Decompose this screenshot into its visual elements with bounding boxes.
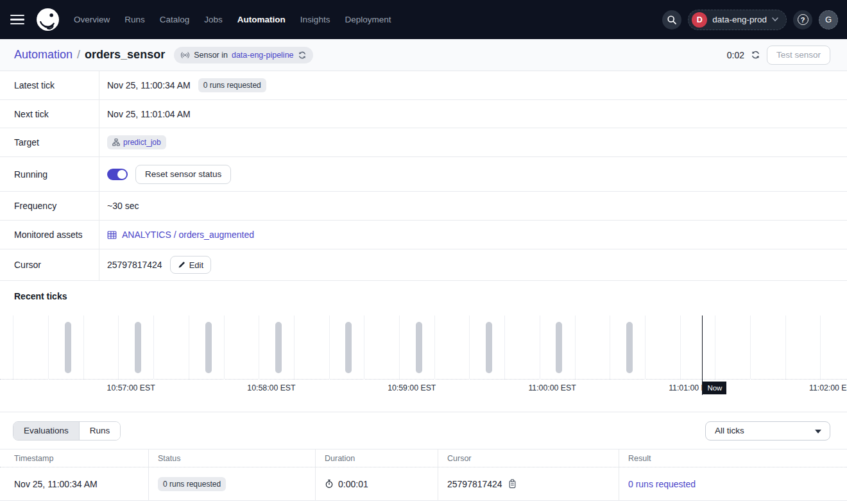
recent-ticks-title: Recent ticks: [14, 291, 847, 304]
timeline-gridline: [610, 315, 610, 380]
timeline-axis-label: 10:58:00 EST: [247, 383, 295, 392]
deployment-name: data-eng-prod: [712, 15, 767, 24]
monitored-asset-link[interactable]: ANALYTICS / orders_augmented: [122, 230, 254, 240]
nav-item-jobs[interactable]: Jobs: [204, 15, 223, 24]
history-toolbar: Evaluations Runs All ticks: [0, 412, 847, 449]
stopwatch-icon: [325, 479, 334, 489]
sensor-tick-bar[interactable]: [65, 322, 71, 373]
code-location-link[interactable]: data-eng-pipeline: [232, 51, 294, 60]
tab-evaluations[interactable]: Evaluations: [13, 422, 79, 440]
breadcrumb-separator: /: [77, 48, 80, 62]
timeline-gridline: [329, 315, 330, 380]
running-toggle[interactable]: [107, 169, 128, 180]
next-tick-label: Next tick: [0, 100, 99, 128]
timeline-gridline: [750, 315, 751, 380]
evaluations-table-header: Timestamp Status Duration Cursor Result: [0, 449, 847, 467]
refresh-icon[interactable]: [751, 50, 760, 60]
timeline-gridline: [118, 315, 119, 380]
hamburger-menu-icon[interactable]: [10, 12, 27, 28]
latest-tick-status-badge: 0 runs requested: [198, 78, 266, 92]
target-label: Target: [0, 128, 99, 156]
tick-status-filter-value: All ticks: [715, 426, 744, 435]
breadcrumb-automation-link[interactable]: Automation: [14, 48, 73, 62]
nav-menu: Overview Runs Catalog Jobs Automation In…: [74, 15, 391, 24]
recent-ticks-timeline: 10:57:00 EST10:58:00 EST10:59:00 EST11:0…: [0, 315, 847, 395]
column-header-timestamp: Timestamp: [0, 449, 149, 467]
page-title: orders_sensor: [85, 48, 165, 62]
sensor-tick-bar[interactable]: [486, 322, 492, 373]
job-icon: [112, 139, 120, 146]
nav-item-insights[interactable]: Insights: [300, 15, 330, 24]
cursor-value: 25797817424: [107, 260, 162, 270]
timeline-gridline: [715, 315, 715, 380]
timeline-gridline: [504, 315, 505, 380]
cursor-label: Cursor: [0, 249, 99, 280]
now-tooltip: Now: [703, 382, 726, 394]
chevron-down-icon: [772, 17, 778, 22]
nav-right-cluster: D data-eng-prod ? G: [662, 10, 838, 30]
row-duration: 0:00:01: [338, 479, 368, 489]
timeline-gridline: [364, 315, 364, 380]
monitored-assets-row: Monitored assets ANALYTICS / orders_augm…: [0, 221, 847, 249]
help-button[interactable]: ?: [793, 10, 812, 29]
timeline-axis-label: 10:57:00 EST: [107, 383, 155, 392]
timeline-gridline: [259, 315, 259, 380]
tab-runs[interactable]: Runs: [79, 422, 121, 440]
asset-table-icon: [107, 230, 117, 240]
sensor-tick-bar[interactable]: [135, 322, 141, 373]
timeline-gridline: [820, 315, 821, 380]
edit-cursor-button[interactable]: Edit: [170, 256, 211, 274]
page-header: Automation / orders_sensor Sensor in dat…: [0, 39, 847, 71]
sensor-tick-bar[interactable]: [416, 322, 422, 373]
reset-sensor-status-button[interactable]: Reset sensor status: [135, 165, 231, 184]
latest-tick-value: Nov 25, 11:00:34 AM: [107, 80, 191, 90]
next-tick-row: Next tick Nov 25, 11:01:04 AM: [0, 100, 847, 128]
timeline-gridline: [434, 315, 435, 380]
sensor-tick-bar[interactable]: [626, 322, 633, 373]
sensor-tick-bar[interactable]: [205, 322, 212, 373]
row-status-badge: 0 runs requested: [158, 477, 226, 491]
frequency-row: Frequency ~30 sec: [0, 192, 847, 221]
timeline-gridline: [83, 315, 84, 380]
sensor-tick-bar[interactable]: [275, 322, 282, 373]
target-job-link[interactable]: predict_job: [123, 138, 161, 147]
timeline-axis-label: 10:59:00 EST: [388, 383, 436, 392]
cursor-row: Cursor 25797817424 Edit: [0, 249, 847, 281]
monitored-assets-label: Monitored assets: [0, 221, 99, 249]
nav-item-automation[interactable]: Automation: [237, 15, 286, 24]
tick-status-filter[interactable]: All ticks: [705, 421, 830, 441]
pencil-icon: [178, 261, 185, 269]
help-icon: ?: [798, 14, 809, 25]
column-header-result: Result: [619, 449, 847, 467]
copy-icon[interactable]: [508, 479, 517, 489]
deployment-badge: D: [692, 12, 707, 28]
dagster-logo-icon[interactable]: [36, 8, 60, 31]
timeline-gridline: [399, 315, 400, 380]
target-row: Target predict_job: [0, 128, 847, 157]
latest-tick-label: Latest tick: [0, 71, 99, 99]
running-row: Running Reset sensor status: [0, 157, 847, 192]
nav-item-overview[interactable]: Overview: [74, 15, 110, 24]
sensor-tick-bar[interactable]: [345, 322, 352, 373]
deployment-switcher[interactable]: D data-eng-prod: [688, 10, 787, 30]
target-job-chip[interactable]: predict_job: [107, 135, 166, 149]
sensor-badge-text: Sensor in: [194, 51, 228, 60]
reload-location-icon[interactable]: [298, 51, 307, 60]
nav-item-runs[interactable]: Runs: [124, 15, 145, 24]
nav-item-deployment[interactable]: Deployment: [345, 15, 391, 24]
dagster-app: Overview Runs Catalog Jobs Automation In…: [0, 0, 847, 504]
frequency-label: Frequency: [0, 192, 99, 220]
row-result-link[interactable]: 0 runs requested: [628, 479, 696, 489]
avatar[interactable]: G: [819, 10, 838, 29]
refresh-countdown: 0:02: [727, 50, 744, 60]
test-sensor-button[interactable]: Test sensor: [767, 46, 830, 65]
timeline-grid-area: [0, 315, 847, 380]
nav-item-catalog[interactable]: Catalog: [160, 15, 190, 24]
next-tick-value: Nov 25, 11:01:04 AM: [107, 109, 191, 119]
history-tab-group: Evaluations Runs: [13, 421, 121, 441]
sensor-tick-bar[interactable]: [556, 322, 562, 373]
search-button[interactable]: [662, 10, 681, 29]
search-icon: [667, 15, 677, 25]
latest-tick-row: Latest tick Nov 25, 11:00:34 AM 0 runs r…: [0, 71, 847, 100]
edit-cursor-label: Edit: [189, 260, 203, 270]
